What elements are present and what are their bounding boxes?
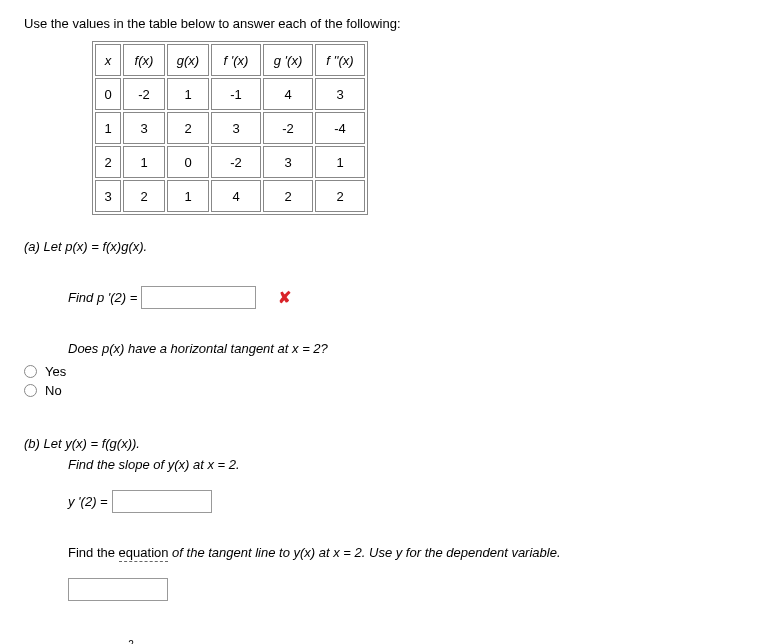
wrong-icon: ✘	[278, 288, 291, 307]
radio-no[interactable]	[24, 384, 37, 397]
table-row: 2 1 0 -2 3 1	[95, 146, 365, 178]
part-c-label: (c) Let v(x) = (f(x))2.	[24, 639, 733, 644]
th-fppx: f ''(x)	[315, 44, 365, 76]
radio-yes-label: Yes	[45, 364, 66, 379]
equation-underlined: equation	[119, 545, 169, 562]
cell: 2	[167, 112, 209, 144]
part-b-slope-row: y '(2) =	[68, 490, 733, 513]
cell: -1	[211, 78, 261, 110]
radio-yes[interactable]	[24, 365, 37, 378]
part-b-slope-input[interactable]	[112, 490, 212, 513]
radio-yes-row: Yes	[24, 364, 733, 379]
part-c: (c) Let v(x) = (f(x))2.	[24, 639, 733, 644]
cell: 1	[315, 146, 365, 178]
th-x: x	[95, 44, 121, 76]
cell: 1	[123, 146, 165, 178]
cell: -4	[315, 112, 365, 144]
cell: 4	[263, 78, 313, 110]
cell: 1	[167, 78, 209, 110]
table-row: 1 3 2 3 -2 -4	[95, 112, 365, 144]
cell: -2	[263, 112, 313, 144]
cell: 3	[95, 180, 121, 212]
cell: 3	[263, 146, 313, 178]
part-a-input-p2[interactable]	[141, 286, 256, 309]
cell: 1	[167, 180, 209, 212]
th-gx: g(x)	[167, 44, 209, 76]
part-a-subquestion: Does p(x) have a horizontal tangent at x…	[68, 341, 733, 356]
cell: 0	[167, 146, 209, 178]
cell: 2	[123, 180, 165, 212]
part-a: (a) Let p(x) = f(x)g(x). Find p '(2) = ✘…	[24, 239, 733, 398]
th-fpx: f '(x)	[211, 44, 261, 76]
radio-no-label: No	[45, 383, 62, 398]
radio-no-row: No	[24, 383, 733, 398]
cell: 2	[263, 180, 313, 212]
part-a-find: Find p '(2) = ✘	[68, 286, 733, 309]
part-a-label: (a) Let p(x) = f(x)g(x).	[24, 239, 733, 254]
cell: -2	[211, 146, 261, 178]
part-b-slope-prompt: Find the slope of y(x) at x = 2.	[68, 457, 733, 472]
table-row: 3 2 1 4 2 2	[95, 180, 365, 212]
data-table-container: x f(x) g(x) f '(x) g '(x) f ''(x) 0 -2 1…	[92, 41, 733, 215]
part-b: (b) Let y(x) = f(g(x)). Find the slope o…	[24, 436, 733, 601]
prompt-text: Use the values in the table below to ans…	[24, 16, 733, 31]
cell: 3	[315, 78, 365, 110]
table-row: 0 -2 1 -1 4 3	[95, 78, 365, 110]
cell: 2	[95, 146, 121, 178]
th-fx: f(x)	[123, 44, 165, 76]
part-b-label: (b) Let y(x) = f(g(x)).	[24, 436, 733, 451]
data-table: x f(x) g(x) f '(x) g '(x) f ''(x) 0 -2 1…	[92, 41, 368, 215]
cell: 4	[211, 180, 261, 212]
cell: 0	[95, 78, 121, 110]
part-b-tangent-input[interactable]	[68, 578, 168, 601]
cell: 2	[315, 180, 365, 212]
part-b-tangent-prompt: Find the equation of the tangent line to…	[68, 545, 733, 560]
th-gpx: g '(x)	[263, 44, 313, 76]
part-b-slope-label: y '(2) =	[68, 494, 108, 509]
part-b-tangent-row	[68, 578, 733, 601]
cell: 1	[95, 112, 121, 144]
part-a-find-label: Find p '(2) =	[68, 290, 137, 305]
cell: -2	[123, 78, 165, 110]
cell: 3	[123, 112, 165, 144]
cell: 3	[211, 112, 261, 144]
